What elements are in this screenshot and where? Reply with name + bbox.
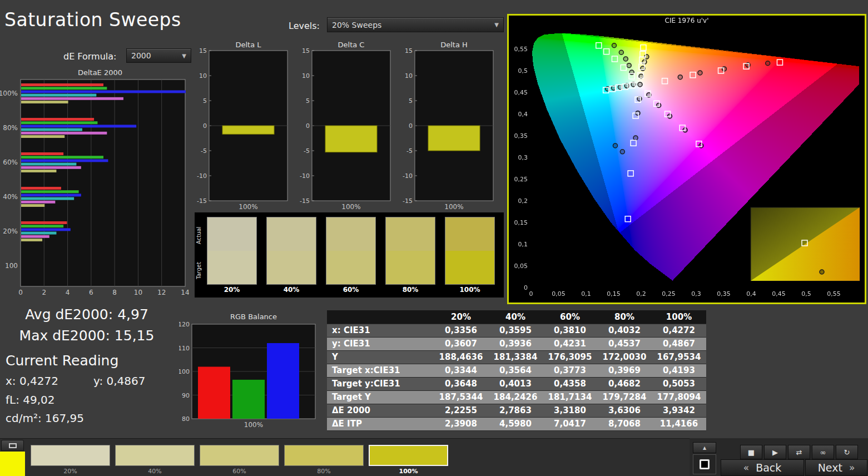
target-square-marker bbox=[621, 65, 626, 71]
current-color-swatch bbox=[0, 452, 25, 476]
measured-point-marker bbox=[627, 63, 631, 68]
tick-label: 10 bbox=[134, 289, 142, 296]
saturation-tile[interactable] bbox=[31, 445, 110, 466]
table-cell: 0,4867 bbox=[652, 337, 706, 350]
stop-icon: ■ bbox=[748, 448, 755, 457]
tick-label: 15 bbox=[405, 47, 413, 54]
table-cell: 184,2426 bbox=[488, 390, 543, 404]
x-value: 0,4272 bbox=[19, 374, 58, 388]
de-bar-cyan bbox=[21, 197, 74, 200]
tick-label: 100 bbox=[179, 368, 190, 375]
table-row: Target y:CIE310,36480,40130,43580,46820,… bbox=[327, 377, 706, 390]
tick-label: 120 bbox=[179, 321, 190, 328]
target-square-marker bbox=[777, 60, 782, 65]
axis-label: 100 bbox=[5, 262, 18, 270]
saturation-tile[interactable] bbox=[115, 445, 195, 466]
tick-label: 0 bbox=[409, 122, 413, 130]
target-square-marker bbox=[628, 171, 633, 176]
de-bar-green bbox=[21, 87, 107, 90]
swatch-row-label: Target bbox=[196, 255, 205, 287]
delta-c-chart: Delta C151050-5-10-15100% bbox=[299, 41, 392, 211]
chevron-up-icon: ▲ bbox=[703, 445, 706, 450]
table-cell: 181,7134 bbox=[543, 390, 597, 404]
chevron-down-icon: ▼ bbox=[494, 22, 499, 28]
row-label: Y bbox=[327, 350, 434, 364]
monitor-icon bbox=[9, 443, 17, 448]
de-bar-red bbox=[21, 118, 94, 121]
row-label: x: CIE31 bbox=[327, 324, 434, 337]
loop-button[interactable]: ∞ bbox=[812, 445, 834, 459]
saturation-tile[interactable] bbox=[284, 445, 364, 466]
swatch-label: 60% bbox=[326, 286, 376, 294]
tick-label: 0,35 bbox=[514, 132, 528, 140]
swatch-compare-panel: ActualTarget20%40%60%80%100% bbox=[195, 212, 504, 298]
table-cell: 0,3356 bbox=[434, 324, 488, 337]
refresh-button[interactable]: ↻ bbox=[836, 445, 858, 459]
de-bar-red bbox=[21, 221, 67, 224]
measured-point-marker bbox=[722, 67, 726, 71]
measured-point-marker bbox=[623, 57, 628, 61]
stop-button[interactable]: ■ bbox=[740, 445, 762, 459]
step-icon: ⇄ bbox=[796, 448, 802, 457]
step-button[interactable]: ⇄ bbox=[788, 445, 810, 459]
saturation-tile[interactable] bbox=[369, 445, 448, 466]
fl-label: fL: bbox=[6, 393, 19, 406]
table-cell: 3,6306 bbox=[597, 404, 652, 417]
y-label: y: bbox=[93, 374, 103, 388]
measure-stop-button[interactable] bbox=[693, 454, 716, 474]
measured-point-marker bbox=[699, 143, 703, 148]
de-bar-blue bbox=[21, 125, 136, 127]
tick-label: -10 bbox=[403, 172, 413, 180]
tick-label: 0,15 bbox=[514, 219, 528, 226]
de-formula-value: 2000 bbox=[131, 51, 151, 60]
saturation-tile-label: 40% bbox=[115, 468, 195, 475]
chart-title: Delta C bbox=[338, 41, 365, 49]
tick-label: 0,25 bbox=[514, 176, 528, 183]
table-row: ΔE ITP2,39084,59807,04178,706811,4166 bbox=[327, 417, 706, 430]
panel-expand-button[interactable]: ▲ bbox=[693, 442, 716, 453]
saturation-tile[interactable] bbox=[200, 445, 279, 466]
measured-point-marker bbox=[629, 70, 634, 75]
target-color-patch bbox=[326, 251, 375, 284]
table-cell: 0,3607 bbox=[434, 337, 488, 350]
table-cell: 187,5344 bbox=[434, 390, 488, 404]
next-button[interactable]: Next » bbox=[805, 459, 867, 476]
play-button[interactable]: ▶ bbox=[764, 445, 786, 459]
cd-label: cd/m²: bbox=[6, 411, 42, 425]
current-cd-reading: cd/m²: 167,95 bbox=[6, 411, 84, 425]
swatch-label: 100% bbox=[445, 286, 495, 294]
current-fl-reading: fL: 49,02 bbox=[6, 393, 55, 406]
target-color-patch bbox=[267, 251, 316, 284]
measured-point-marker bbox=[638, 82, 642, 87]
column-header: 80% bbox=[597, 310, 652, 324]
tick-label: 0,35 bbox=[717, 290, 731, 298]
measured-point-marker bbox=[620, 150, 624, 154]
table-cell: 0,4013 bbox=[488, 377, 543, 390]
de-bar-blue bbox=[21, 228, 71, 231]
table-cell: 11,4166 bbox=[652, 417, 706, 430]
target-square-marker bbox=[690, 72, 696, 78]
measured-point-marker bbox=[657, 103, 661, 107]
table-cell: 181,3384 bbox=[488, 350, 543, 364]
display-tab-button[interactable] bbox=[1, 440, 24, 451]
saturation-tile-label: 100% bbox=[369, 468, 448, 475]
table-cell: 167,9534 bbox=[652, 350, 706, 364]
comparison-swatch bbox=[266, 217, 316, 285]
tick-label: 8 bbox=[112, 289, 117, 296]
de-bar-magenta bbox=[21, 235, 49, 238]
table-row: Target Y187,5344184,2426181,7134179,7284… bbox=[327, 390, 706, 404]
back-button[interactable]: « Back bbox=[721, 459, 804, 476]
levels-dropdown[interactable]: 20% Sweeps ▼ bbox=[327, 17, 504, 32]
tick-label: 0,55 bbox=[827, 290, 841, 298]
de-bar-yellow bbox=[21, 204, 44, 207]
de-bar-green bbox=[21, 121, 97, 124]
table-cell: 0,4032 bbox=[597, 324, 652, 337]
de-formula-dropdown[interactable]: 2000 ▼ bbox=[126, 48, 191, 63]
target-color-patch bbox=[445, 251, 494, 284]
tick-label: -15 bbox=[197, 197, 207, 205]
de-bar-cyan bbox=[21, 163, 76, 166]
swatch-label: 20% bbox=[207, 286, 257, 294]
row-label: Target Y bbox=[327, 390, 434, 404]
measured-point-marker bbox=[698, 71, 702, 75]
rgb-bar-red bbox=[198, 367, 230, 419]
